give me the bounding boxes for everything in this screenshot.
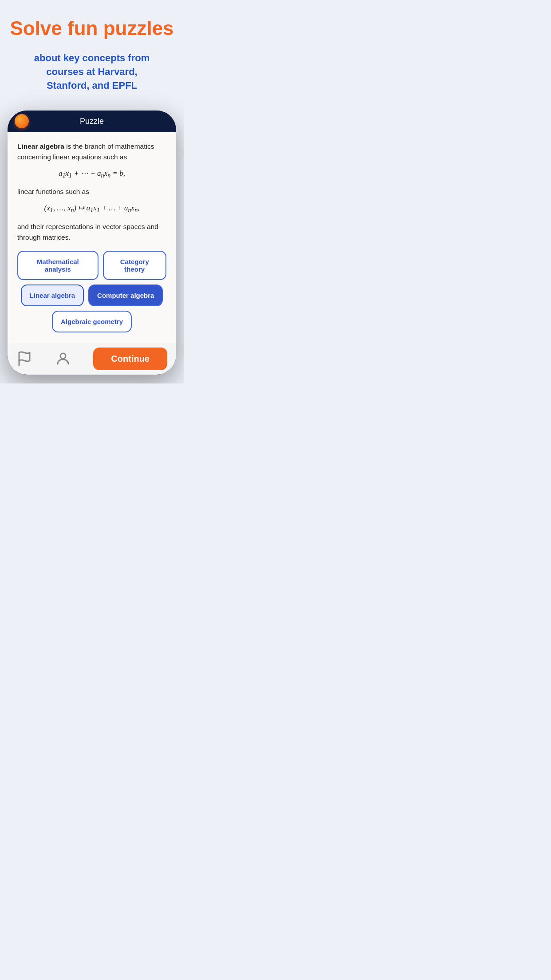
answer-row-1: Mathematical analysis Category theory: [17, 251, 166, 280]
content-paragraph2: linear functions such as: [17, 186, 166, 197]
math-formula-1: a1x1 + ⋯ + anxn = b,: [17, 169, 166, 179]
phone-mockup: Puzzle Linear algebra is the branch of m…: [8, 111, 176, 375]
answer-computer-algebra[interactable]: Computer algebra: [88, 285, 163, 306]
answer-row-3: Algebraic geometry: [52, 311, 132, 332]
svg-point-1: [60, 353, 66, 359]
answer-options: Mathematical analysis Category theory Li…: [17, 251, 166, 332]
bottom-bar: Continue: [8, 343, 176, 375]
continue-button[interactable]: Continue: [93, 348, 167, 370]
phone-screen-title: Puzzle: [80, 117, 104, 126]
flag-button[interactable]: [16, 351, 32, 367]
subtitle-line1: about key concepts from: [34, 52, 150, 63]
subtitle-line2: courses at Harvard,: [46, 66, 137, 77]
math-formula-2: (x1, …, xn) ↦ a1x1 + … + anxn,: [17, 203, 166, 214]
answer-category-theory[interactable]: Category theory: [103, 251, 166, 280]
bold-term: Linear algebra: [17, 142, 64, 150]
app-icon-dot: [15, 114, 29, 128]
main-title: Solve fun puzzles: [9, 18, 175, 39]
phone-inner: Puzzle Linear algebra is the branch of m…: [8, 111, 176, 375]
content-paragraph1: Linear algebra is the branch of mathemat…: [17, 141, 166, 162]
answer-row-2: Linear algebra Computer algebra: [21, 285, 163, 306]
page-wrapper: Solve fun puzzles about key concepts fro…: [0, 0, 184, 383]
formula2-text: (x1, …, xn) ↦ a1x1 + … + anxn,: [44, 204, 140, 212]
subtitle-line3: Stanford, and EPFL: [47, 80, 137, 91]
person-button[interactable]: [55, 351, 71, 367]
person-icon: [55, 351, 71, 367]
answer-algebraic-geometry[interactable]: Algebraic geometry: [52, 311, 132, 332]
header-section: Solve fun puzzles about key concepts fro…: [0, 0, 184, 102]
phone-header: Puzzle: [8, 111, 176, 132]
content-paragraph3: and their representations in vector spac…: [17, 221, 166, 243]
answer-linear-algebra[interactable]: Linear algebra: [21, 285, 84, 306]
flag-icon: [16, 351, 32, 367]
subtitle: about key concepts from courses at Harva…: [9, 51, 175, 92]
phone-content: Linear algebra is the branch of mathemat…: [8, 132, 176, 343]
answer-mathematical-analysis[interactable]: Mathematical analysis: [17, 251, 98, 280]
formula1-text: a1x1 + ⋯ + anxn = b,: [59, 169, 125, 178]
